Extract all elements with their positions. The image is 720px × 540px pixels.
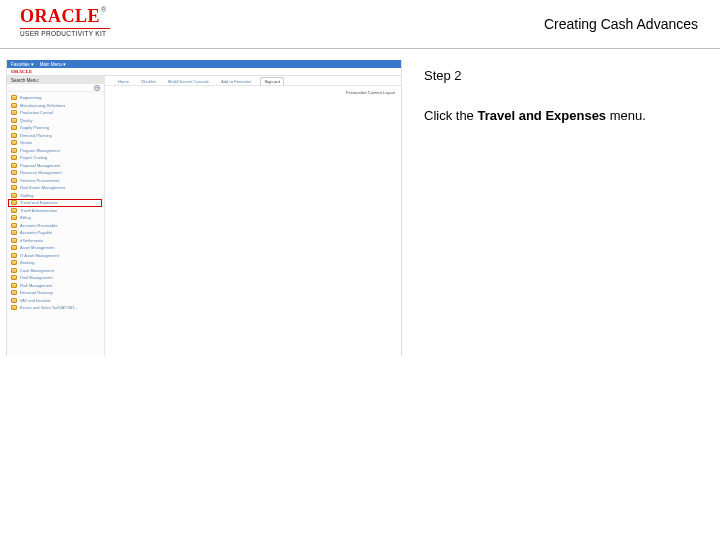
menu-item-label: Travel and Expenses xyxy=(20,200,57,205)
menu-item[interactable]: Cash Management xyxy=(7,267,104,275)
menu-item-label: Engineering xyxy=(20,95,41,100)
menu-search-label: Search Menu: xyxy=(7,76,104,84)
menu-item[interactable]: Project Costing xyxy=(7,154,104,162)
folder-icon xyxy=(11,163,17,168)
menu-item-label: Asset Management xyxy=(20,245,54,250)
folder-icon xyxy=(11,298,17,303)
menu-item[interactable]: Engineering xyxy=(7,94,104,102)
menu-item-label: IT Asset Management xyxy=(20,253,59,258)
folder-icon xyxy=(11,283,17,288)
refresh-icon[interactable]: ⟳ xyxy=(94,85,100,91)
main-menu-panel: Search Menu: ⟳ EngineeringManufacturing … xyxy=(7,76,105,356)
menu-item[interactable]: IT Asset Management xyxy=(7,252,104,260)
header-rule xyxy=(0,48,720,49)
menu-item[interactable]: VAT and Intrastat xyxy=(7,297,104,305)
menu-item-label: Production Control xyxy=(20,110,53,115)
main-layout: Favorites ▾ Main Menu ▾ ORACLE Search Me… xyxy=(0,54,720,356)
app-tab[interactable]: Worklist xyxy=(138,78,159,85)
menu-item-label: Cash Management xyxy=(20,268,54,273)
app-tab[interactable]: Sign out xyxy=(260,77,283,85)
brand-name: ORACLE xyxy=(20,6,100,26)
menu-item-label: Services Procurement xyxy=(20,178,59,183)
folder-icon xyxy=(11,103,17,108)
menu-item[interactable]: Demand Planning xyxy=(7,132,104,140)
menu-item[interactable]: Production Control xyxy=(7,109,104,117)
personalize-label[interactable]: Personalize Content Layout xyxy=(346,90,395,95)
folder-icon xyxy=(11,118,17,123)
folder-icon xyxy=(11,133,17,138)
menu-item[interactable]: Billing xyxy=(7,214,104,222)
folder-icon xyxy=(11,140,17,145)
menu-item[interactable]: Grants xyxy=(7,139,104,147)
instr-target: Travel and Expenses xyxy=(477,108,606,123)
brand-subtitle: USER PRODUCTIVITY KIT xyxy=(20,30,110,37)
menu-item[interactable]: eSettlements xyxy=(7,237,104,245)
page-title: Creating Cash Advances xyxy=(544,16,698,32)
menu-item[interactable]: Travel and Expenses xyxy=(7,199,104,207)
menu-item-label: Excise and Sales Tax/VAT IND… xyxy=(20,305,78,310)
menu-item[interactable]: Banking xyxy=(7,259,104,267)
menu-item-label: Accounts Receivable xyxy=(20,223,57,228)
menu-item[interactable]: Accounts Receivable xyxy=(7,222,104,230)
app-content: HomeWorklistMultiChannel ConsoleAdd to F… xyxy=(105,76,401,356)
screenshot-column: Favorites ▾ Main Menu ▾ ORACLE Search Me… xyxy=(0,54,410,356)
folder-icon xyxy=(11,253,17,258)
menu-item[interactable]: Staffing xyxy=(7,192,104,200)
menu-item[interactable]: Risk Management xyxy=(7,282,104,290)
menu-item[interactable]: Services Procurement xyxy=(7,177,104,185)
menu-item[interactable]: Financial Gateway xyxy=(7,289,104,297)
menu-item[interactable]: Manufacturing Definitions xyxy=(7,102,104,110)
menu-item-label: Demand Planning xyxy=(20,133,52,138)
menu-item[interactable]: Excise and Sales Tax/VAT IND… xyxy=(7,304,104,312)
menu-item[interactable]: Real Estate Management xyxy=(7,184,104,192)
instr-post: menu. xyxy=(606,108,646,123)
menu-item-label: Quality xyxy=(20,118,32,123)
app-tab[interactable]: Home xyxy=(115,78,132,85)
menu-item-label: Proposal Management xyxy=(20,163,60,168)
menu-item-label: Banking xyxy=(20,260,34,265)
app-body: Search Menu: ⟳ EngineeringManufacturing … xyxy=(7,76,401,356)
menu-item[interactable]: Proposal Management xyxy=(7,162,104,170)
menu-search-row: ⟳ xyxy=(7,84,104,92)
menu-item-label: Risk Management xyxy=(20,283,52,288)
app-tab[interactable]: Add to Favorites xyxy=(218,78,255,85)
trademark-icon: ® xyxy=(101,6,106,13)
topbar-favorites[interactable]: Favorites ▾ xyxy=(11,62,34,67)
menu-item-label: Financial Gateway xyxy=(20,290,53,295)
menu-item[interactable]: Deal Management xyxy=(7,274,104,282)
menu-item[interactable]: Travel Administration xyxy=(7,207,104,215)
folder-icon xyxy=(11,170,17,175)
app-tabbar: HomeWorklistMultiChannel ConsoleAdd to F… xyxy=(105,76,401,86)
folder-icon xyxy=(11,268,17,273)
folder-icon xyxy=(11,290,17,295)
menu-item[interactable]: Quality xyxy=(7,117,104,125)
brand-divider xyxy=(20,28,110,29)
folder-icon xyxy=(11,260,17,265)
menu-item-label: Deal Management xyxy=(20,275,53,280)
app-subheader: ORACLE xyxy=(7,68,401,76)
menu-item[interactable]: Program Management xyxy=(7,147,104,155)
menu-item-label: Supply Planning xyxy=(20,125,49,130)
menu-item[interactable]: Asset Management xyxy=(7,244,104,252)
menu-item[interactable]: Resource Management xyxy=(7,169,104,177)
app-tab[interactable]: MultiChannel Console xyxy=(165,78,212,85)
menu-item-label: Staffing xyxy=(20,193,34,198)
brand-logo: ORACLE® USER PRODUCTIVITY KIT xyxy=(20,6,110,37)
menu-item[interactable]: Accounts Payable xyxy=(7,229,104,237)
menu-item-label: Manufacturing Definitions xyxy=(20,103,65,108)
instruction-panel: Step 2 Click the Travel and Expenses men… xyxy=(410,54,720,356)
folder-icon xyxy=(11,178,17,183)
menu-item[interactable]: Supply Planning xyxy=(7,124,104,132)
folder-icon xyxy=(11,275,17,280)
app-topbar: Favorites ▾ Main Menu ▾ xyxy=(7,60,401,68)
folder-icon xyxy=(11,148,17,153)
menu-item-label: Resource Management xyxy=(20,170,62,175)
topbar-mainmenu[interactable]: Main Menu ▾ xyxy=(40,62,67,67)
step-label: Step 2 xyxy=(424,68,702,83)
menu-item-label: VAT and Intrastat xyxy=(20,298,50,303)
folder-icon xyxy=(11,208,17,213)
menu-item-label: Program Management xyxy=(20,148,60,153)
menu-item-label: Grants xyxy=(20,140,32,145)
folder-icon xyxy=(11,155,17,160)
folder-icon xyxy=(11,245,17,250)
